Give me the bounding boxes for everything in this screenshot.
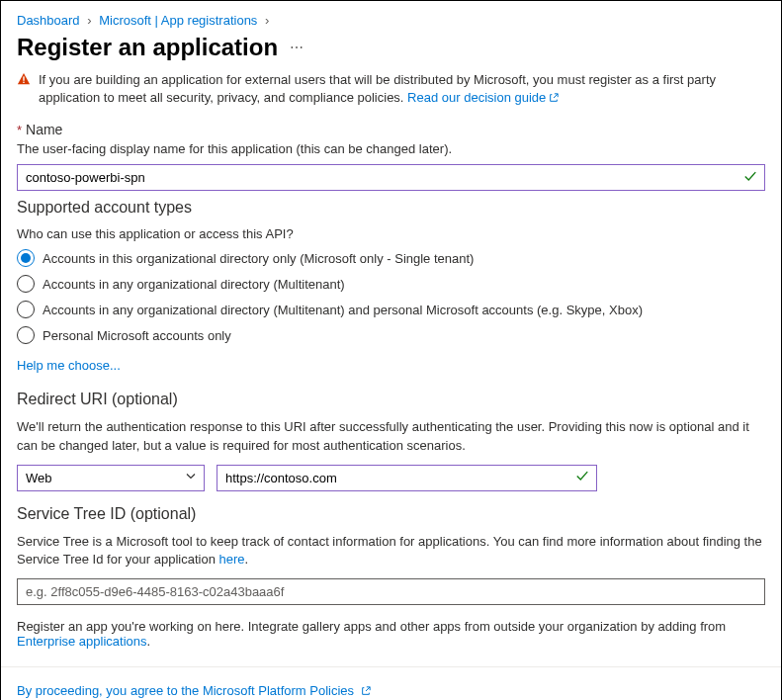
radio-label: Accounts in any organizational directory… xyxy=(43,277,345,292)
platform-select[interactable]: Web xyxy=(17,465,205,491)
account-types-question: Who can use this application or access t… xyxy=(17,226,765,241)
required-indicator: * xyxy=(17,123,22,137)
enterprise-applications-link[interactable]: Enterprise applications xyxy=(17,634,147,649)
redirect-uri-heading: Redirect URI (optional) xyxy=(17,391,765,408)
chevron-right-icon: › xyxy=(265,13,269,28)
svg-rect-0 xyxy=(23,76,24,80)
radio-label: Accounts in this organizational director… xyxy=(43,251,474,266)
radio-personal-only[interactable]: Personal Microsoft accounts only xyxy=(17,326,765,344)
chevron-right-icon: › xyxy=(87,13,91,28)
service-tree-input[interactable] xyxy=(17,578,765,605)
help-me-choose-link[interactable]: Help me choose... xyxy=(17,358,121,373)
account-types-radio-group: Accounts in this organizational director… xyxy=(17,249,765,344)
page-title: Register an application xyxy=(17,34,278,61)
name-label: Name xyxy=(26,122,62,137)
radio-multitenant[interactable]: Accounts in any organizational directory… xyxy=(17,275,765,293)
name-input[interactable] xyxy=(17,164,765,191)
radio-single-tenant[interactable]: Accounts in this organizational director… xyxy=(17,249,765,267)
platform-policies-link[interactable]: By proceeding, you agree to the Microsof… xyxy=(17,683,765,699)
radio-label: Personal Microsoft accounts only xyxy=(43,328,231,343)
redirect-uri-input[interactable] xyxy=(217,465,597,491)
chevron-down-icon xyxy=(185,471,197,485)
radio-multitenant-personal[interactable]: Accounts in any organizational directory… xyxy=(17,301,765,318)
banner-text: If you are building an application for e… xyxy=(39,72,716,105)
radio-icon xyxy=(17,249,35,267)
decision-guide-link[interactable]: Read our decision guide xyxy=(407,90,559,105)
radio-icon xyxy=(17,275,35,293)
external-link-icon xyxy=(549,90,559,108)
account-types-heading: Supported account types xyxy=(17,199,765,217)
external-link-icon xyxy=(361,684,371,699)
service-tree-heading: Service Tree ID (optional) xyxy=(17,505,765,523)
redirect-uri-description: We'll return the authentication response… xyxy=(17,418,765,454)
radio-icon xyxy=(17,326,35,344)
svg-rect-1 xyxy=(23,82,24,83)
breadcrumb-app-registrations[interactable]: Microsoft | App registrations xyxy=(99,13,257,28)
radio-label: Accounts in any organizational directory… xyxy=(43,303,643,317)
more-actions-button[interactable]: ⋯ xyxy=(290,40,304,55)
radio-icon xyxy=(17,301,35,318)
check-icon xyxy=(575,470,589,486)
warning-icon xyxy=(17,72,31,91)
check-icon xyxy=(743,169,757,186)
service-tree-description: Service Tree is a Microsoft tool to keep… xyxy=(17,533,765,569)
footer-note: Register an app you're working on here. … xyxy=(17,619,765,649)
breadcrumb-dashboard[interactable]: Dashboard xyxy=(17,13,80,28)
name-helper: The user-facing display name for this ap… xyxy=(17,141,765,156)
divider xyxy=(1,666,781,667)
warning-banner: If you are building an application for e… xyxy=(17,71,765,108)
service-tree-here-link[interactable]: here xyxy=(219,552,245,567)
breadcrumb: Dashboard › Microsoft | App registration… xyxy=(17,9,765,34)
